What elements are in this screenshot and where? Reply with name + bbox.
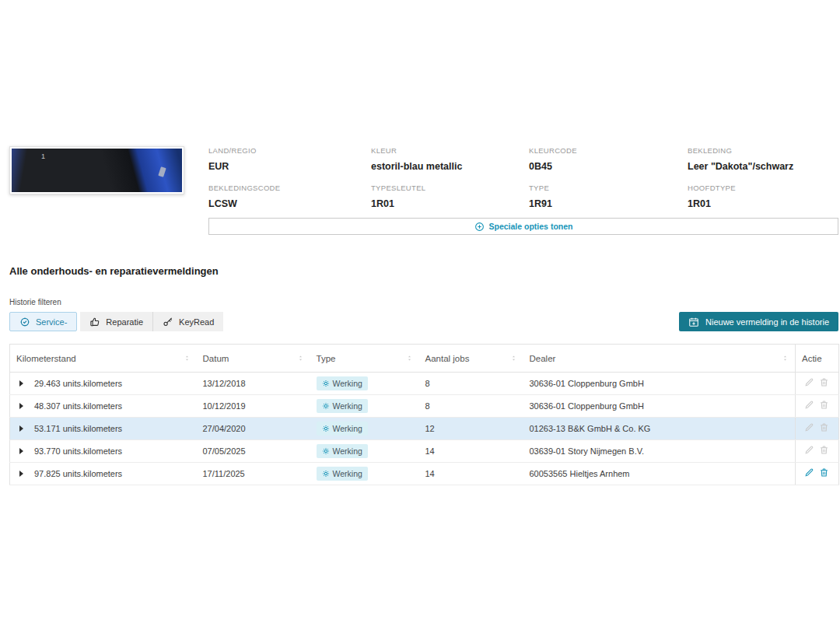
field-label: TYPE: [529, 184, 688, 192]
vehicle-info-field-kleur: KLEURestoril-blau metallic: [371, 146, 529, 172]
filter-chip-label: Service-: [36, 317, 67, 327]
delete-button[interactable]: [817, 421, 831, 436]
filter-chip-service[interactable]: Service-: [9, 312, 77, 331]
filter-chip-keyread[interactable]: KeyRead: [152, 312, 223, 331]
column-header-datum[interactable]: Datum: [197, 345, 310, 373]
kilometerstand-value: 29.463 units.kilometers: [34, 379, 122, 388]
vehicle-info-panel: 1 LAND/REGIOEURKLEURestoril-blau metalli…: [9, 146, 838, 235]
toolbar: Service-ReparatieKeyRead Nieuwe vermeldi…: [9, 312, 838, 331]
datum-value: 10/12/2019: [197, 395, 310, 418]
field-label: BEKLEDINGSCODE: [208, 184, 371, 192]
field-value: estoril-blau metallic: [371, 161, 529, 172]
aantal-jobs-value: 8: [419, 395, 523, 418]
type-badge-label: Werking: [333, 424, 362, 433]
special-options-button[interactable]: Speciale opties tonen: [208, 218, 838, 235]
filter-chip-reparatie[interactable]: Reparatie: [80, 312, 152, 331]
type-badge-label: Werking: [333, 379, 362, 388]
table-header-row: KilometerstandDatumTypeAantal jobsDealer…: [10, 345, 839, 373]
edit-button[interactable]: [802, 398, 817, 414]
expand-arrow-icon[interactable]: [19, 425, 23, 432]
field-label: HOOFDTYPE: [688, 184, 838, 192]
plus-circle-icon: [474, 222, 485, 232]
delete-button[interactable]: [817, 466, 831, 481]
gear-icon: [322, 380, 330, 387]
table-row[interactable]: 93.770 units.kilometers07/05/2025Werking…: [10, 440, 839, 463]
column-label: Dealer: [530, 354, 556, 363]
kilometerstand-value: 53.171 units.kilometers: [34, 424, 122, 433]
vehicle-info-grid: LAND/REGIOEURKLEURestoril-blau metallicK…: [208, 146, 838, 209]
expand-arrow-icon[interactable]: [19, 403, 23, 409]
field-label: KLEUR: [371, 146, 529, 155]
column-header-kilometerstand[interactable]: Kilometerstand: [10, 345, 197, 373]
column-header-aantal-jobs[interactable]: Aantal jobs: [419, 345, 523, 373]
sort-icon: [510, 354, 517, 363]
content-area: 1 LAND/REGIOEURKLEURestoril-blau metalli…: [9, 146, 838, 485]
column-label: Datum: [203, 354, 229, 363]
aantal-jobs-value: 14: [419, 440, 523, 463]
vehicle-thumbnail[interactable]: 1: [9, 146, 184, 194]
service-badge-icon: [19, 317, 30, 327]
column-header-dealer[interactable]: Dealer: [523, 345, 796, 373]
gear-icon: [322, 425, 330, 432]
type-badge: Werking: [317, 422, 368, 436]
column-label: Actie: [802, 354, 822, 363]
aantal-jobs-value: 12: [419, 418, 523, 440]
filter-label: Historie filteren: [9, 298, 838, 306]
column-header-actie[interactable]: Actie: [796, 345, 839, 373]
page-title: Alle onderhouds- en reparatievermeldinge…: [9, 265, 838, 277]
delete-button[interactable]: [817, 376, 831, 391]
calendar-plus-icon: [688, 317, 699, 327]
datum-value: 07/05/2025: [197, 440, 310, 463]
vehicle-info-field-typesleutel: TYPESLEUTEL1R01: [371, 184, 529, 209]
gear-icon: [322, 402, 330, 410]
new-history-entry-label: Nieuwe vermelding in de historie: [705, 317, 829, 327]
field-label: BEKLEDING: [688, 146, 838, 155]
kilometerstand-value: 48.307 units.kilometers: [34, 401, 122, 411]
aantal-jobs-value: 8: [419, 373, 523, 395]
dealer-value: 01263-13 B&K GmbH & Co. KG: [523, 418, 796, 440]
type-badge-label: Werking: [333, 401, 362, 411]
filter-chip-label: KeyRead: [179, 317, 214, 327]
special-options-label: Speciale opties tonen: [489, 222, 573, 231]
expand-arrow-icon[interactable]: [19, 471, 23, 477]
delete-button[interactable]: [817, 443, 831, 459]
vehicle-info-field-land-regio: LAND/REGIOEUR: [208, 146, 371, 172]
sort-icon: [184, 354, 191, 363]
table-row[interactable]: 29.463 units.kilometers13/12/2018Werking…: [10, 373, 839, 395]
delete-button[interactable]: [817, 398, 831, 414]
sort-icon: [406, 354, 413, 363]
datum-value: 13/12/2018: [197, 373, 310, 395]
field-value: EUR: [208, 161, 371, 172]
column-label: Type: [317, 354, 336, 363]
dealer-value: 30636-01 Cloppenburg GmbH: [523, 373, 796, 395]
filter-chips: Service-ReparatieKeyRead: [9, 312, 223, 331]
field-label: LAND/REGIO: [208, 146, 371, 155]
edit-button[interactable]: [802, 421, 817, 436]
table-row[interactable]: 53.171 units.kilometers27/04/2020Werking…: [10, 418, 839, 440]
field-value: 1R01: [371, 198, 529, 209]
type-badge: Werking: [317, 444, 368, 458]
dealer-value: 60053565 Hieltjes Arnhem: [523, 463, 796, 485]
expand-arrow-icon[interactable]: [19, 380, 23, 387]
edit-button[interactable]: [802, 443, 817, 459]
aantal-jobs-value: 14: [419, 463, 523, 485]
vehicle-interior-photo: 1: [12, 149, 182, 192]
table-row[interactable]: 48.307 units.kilometers10/12/2019Werking…: [10, 395, 839, 418]
field-value: 1R91: [529, 198, 688, 209]
datum-value: 17/11/2025: [197, 463, 310, 485]
key-icon: [163, 317, 173, 327]
edit-button[interactable]: [802, 376, 817, 391]
image-counter: 1: [41, 152, 45, 160]
type-badge-label: Werking: [333, 469, 362, 478]
new-history-entry-button[interactable]: Nieuwe vermelding in de historie: [679, 312, 838, 331]
sort-icon: [297, 354, 304, 363]
table-row[interactable]: 97.825 units.kilometers17/11/2025Werking…: [10, 463, 839, 485]
dealer-value: 30636-01 Cloppenburg GmbH: [523, 395, 796, 418]
history-table-body: 29.463 units.kilometers13/12/2018Werking…: [10, 373, 839, 485]
page: 1 LAND/REGIOEURKLEURestoril-blau metalli…: [0, 0, 840, 630]
door-latch-detail: [158, 166, 166, 177]
expand-arrow-icon[interactable]: [19, 448, 23, 454]
edit-button[interactable]: [802, 466, 817, 481]
column-header-type[interactable]: Type: [310, 345, 419, 373]
field-value: LCSW: [208, 198, 371, 209]
